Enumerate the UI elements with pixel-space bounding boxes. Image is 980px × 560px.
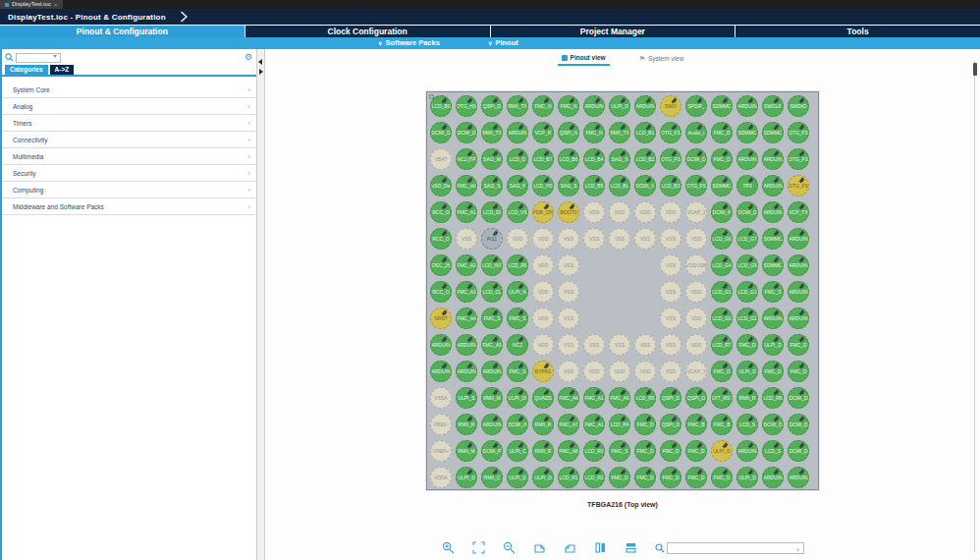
pin[interactable]: VSS (558, 281, 579, 303)
pin[interactable]: LCD_R4 (609, 414, 630, 435)
pin[interactable]: VSS (660, 334, 681, 356)
pin[interactable]: VDD (507, 228, 528, 250)
pin[interactable]: ULPI_D (736, 361, 758, 382)
pin[interactable]: SDMMC (762, 228, 784, 250)
pin[interactable]: LCD_B4 (583, 148, 605, 170)
pin[interactable]: ULPI_S (456, 387, 477, 409)
pin[interactable]: FMC_A3 (456, 281, 477, 303)
sidebar-item-computing[interactable]: Computing› (2, 182, 256, 198)
pin[interactable]: LCD_G1 (711, 281, 733, 303)
rotate-right-icon[interactable] (564, 541, 576, 554)
pin[interactable]: LCD_G5 (736, 254, 758, 276)
pin[interactable]: SAI2_S (558, 175, 579, 196)
sidebar-item-timers[interactable]: Timers› (2, 115, 256, 132)
pin[interactable]: FMC_A9 (609, 387, 630, 409)
pin[interactable]: RMII_M (456, 440, 477, 462)
tab-pinout-view[interactable]: Pinout view (558, 53, 610, 66)
pin[interactable]: RCC_O (430, 228, 452, 250)
pin[interactable]: VSS (456, 228, 477, 250)
pin[interactable]: LCD_G3 (736, 281, 758, 303)
sidebar-item-analog[interactable]: Analog› (2, 98, 256, 115)
pin[interactable]: LCD_HS (532, 175, 554, 196)
pin[interactable]: OSC_25 (430, 254, 452, 276)
pin[interactable]: LCD_G6 (711, 228, 733, 250)
pin[interactable]: FMC_A4 (456, 308, 477, 329)
tab-clock-configuration[interactable]: Clock Configuration (245, 26, 490, 37)
pin[interactable]: FMC_D (685, 440, 707, 462)
pin[interactable]: DCMI_P (711, 201, 733, 223)
pin[interactable]: BYPAS (532, 361, 554, 382)
pin[interactable]: FMC_N (583, 122, 605, 143)
pin[interactable]: SAI2_S (609, 148, 630, 170)
pin[interactable]: FMC_A1 (583, 414, 605, 435)
pin[interactable]: FMC_D (711, 122, 733, 143)
software-packs-menu[interactable]: ∨Software Packs (378, 37, 440, 49)
pin[interactable]: SDMMC (711, 175, 733, 196)
collapse-left-icon[interactable] (258, 59, 262, 65)
pin[interactable]: LCD_BL (609, 175, 630, 196)
pin[interactable]: QSPI_D (685, 387, 707, 409)
gear-icon[interactable]: ⚙ (245, 53, 252, 62)
pin[interactable]: ULPI_D (762, 334, 784, 356)
pin[interactable]: DCMI_D (685, 148, 707, 170)
pin[interactable]: DCMI_D (788, 414, 809, 435)
panel-splitter[interactable] (256, 49, 265, 560)
pin-search-combobox[interactable]: ∨ (667, 542, 804, 554)
pin[interactable]: DCMI_D (788, 440, 809, 462)
chip-body[interactable]: LCD_B0OTG_HSQSPI_DRMII_TXFMC_NFMC_NARDUI… (426, 91, 819, 490)
pin[interactable]: NC1 [TP (456, 148, 477, 170)
pin[interactable]: SAI2_M (481, 148, 503, 170)
rotate-left-icon[interactable] (533, 541, 546, 554)
pin[interactable]: RCC_O (430, 201, 452, 223)
sidebar-item-security[interactable]: Security› (2, 165, 256, 182)
pin[interactable]: VDD (685, 281, 707, 303)
pin[interactable]: VDD (532, 308, 554, 329)
pin[interactable]: LCD_S (736, 414, 758, 435)
pin[interactable]: VDD (532, 281, 554, 303)
pin[interactable]: LCD_B6 (558, 148, 579, 170)
pin[interactable]: LCD_R1 (558, 467, 579, 488)
pin[interactable]: DCMI_D (430, 122, 452, 143)
pin[interactable]: RMII_TX (507, 95, 528, 117)
pin[interactable]: FMC_D (711, 148, 733, 170)
pin[interactable]: FMC_D (762, 361, 784, 382)
pin[interactable]: SAI2_F (507, 175, 528, 196)
pin[interactable]: SDMMC (711, 95, 733, 117)
pin[interactable]: VSSA (430, 387, 452, 409)
pin[interactable]: VSS (609, 228, 630, 250)
pin[interactable]: ARDUIN (788, 254, 809, 276)
pin[interactable]: FMC_D (634, 414, 656, 435)
pin[interactable]: LCD_VS (507, 201, 528, 223)
pin[interactable]: VSS (558, 228, 579, 250)
pin[interactable]: VDD (660, 201, 681, 223)
pin[interactable]: FMC_D (788, 334, 809, 356)
pin[interactable]: VDD (634, 201, 656, 223)
pin[interactable]: LCD_G4 (711, 254, 733, 276)
pin[interactable]: PDR_ON (532, 201, 554, 223)
pin[interactable]: OTG_FS (788, 122, 809, 143)
pin[interactable]: FMC_D (788, 361, 809, 382)
pin[interactable]: FMC_D (634, 440, 656, 462)
pin[interactable]: RMII_M (481, 387, 503, 409)
pin[interactable]: ARDUIN (762, 175, 784, 196)
pin[interactable]: FMC_A6 (558, 387, 579, 409)
close-icon[interactable]: × (54, 2, 58, 8)
pin[interactable]: FMC_D (609, 467, 630, 488)
pin[interactable]: LCD_D (507, 148, 528, 170)
pin[interactable]: VDD (532, 254, 554, 276)
pin[interactable]: VCAP_2 (685, 201, 707, 223)
pin[interactable]: QSPI_D (481, 95, 503, 117)
pin[interactable]: OTG_FS (788, 148, 809, 170)
pin[interactable]: NC2 (507, 334, 528, 356)
tab-a-to-z[interactable]: A->Z (50, 65, 75, 75)
pin[interactable]: VSS (558, 308, 579, 329)
pin[interactable]: ULPI_D (532, 467, 554, 488)
combo-chevron-icon[interactable] (53, 55, 57, 58)
combo-chevron-icon[interactable]: ∨ (796, 547, 800, 552)
pin[interactable]: VSS (660, 228, 681, 250)
sidebar-item-middleware-and-software-packs[interactable]: Middleware and Software Packs› (2, 198, 256, 215)
pin[interactable]: OTG_HS (456, 95, 477, 117)
pin[interactable]: FMC_D (711, 467, 733, 488)
pin[interactable]: LCD_CL (481, 281, 503, 303)
pin[interactable]: RMII_R (532, 440, 554, 462)
